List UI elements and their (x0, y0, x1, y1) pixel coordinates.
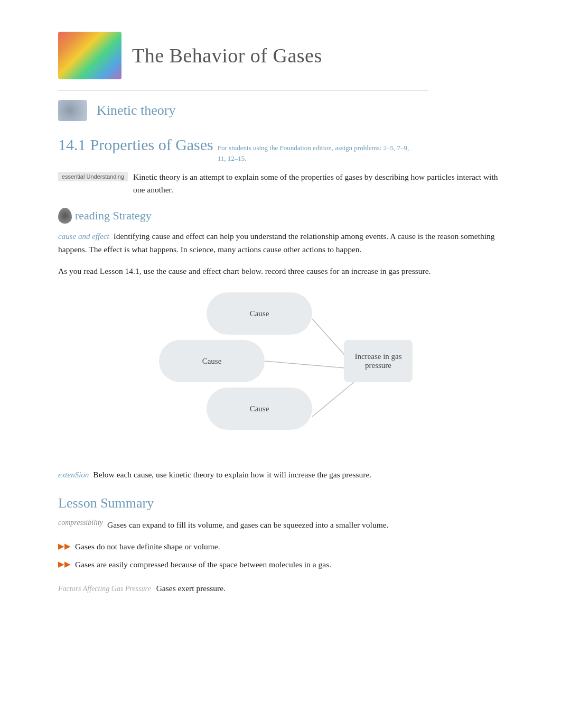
section-header: 14.1 Properties of Gases For students us… (58, 136, 503, 163)
bullet-text-2: Gases are easily compressed because of t… (75, 558, 331, 571)
foundation-note: For students using the Foundation editio… (218, 143, 418, 163)
cause-middle-box: Cause (159, 340, 265, 382)
extension-text: Below each cause, use kinetic theory to … (93, 470, 371, 480)
diagram-container: Cause Cause Cause Effect Increase in gas… (58, 292, 503, 451)
effect-text-line2: pressure (365, 361, 391, 370)
kinetic-thumbnail-image (58, 100, 87, 121)
bullet-arrow-2: ▶▶ (58, 559, 71, 569)
factors-text: Gases exert pressure. (156, 584, 226, 593)
reading-strategy-icon (58, 208, 72, 224)
compressibility-block: compressibility Gases can expand to fill… (58, 519, 503, 532)
compressibility-label: compressibility (58, 519, 103, 527)
cause-bottom-label: Cause (250, 404, 269, 413)
bullet-text-1: Gases do not have definite shape or volu… (75, 540, 220, 553)
svg-line-2 (312, 380, 357, 417)
essential-understanding-block: essential Understanding Kinetic theory i… (58, 171, 503, 196)
cause-effect-label: cause and effect (58, 232, 109, 241)
effect-text-line1: Increase in gas (354, 352, 401, 361)
cause-top-box: Cause (207, 292, 312, 335)
effect-box: Increase in gas pressure (344, 340, 413, 382)
extension-label: extenSion (58, 471, 89, 480)
bullet-item-1: ▶▶ Gases do not have definite shape or v… (58, 540, 503, 553)
essential-badge: essential Understanding (58, 172, 128, 181)
header-thumbnail-image (58, 32, 121, 79)
intro-paragraph: As you read Lesson 14.1, use the cause a… (58, 265, 503, 278)
cause-middle-label: Cause (202, 357, 222, 366)
lesson-summary-title: Lesson Summary (58, 495, 503, 511)
factors-block: Factors Affecting Gas Pressure Gases exe… (58, 584, 503, 593)
reading-strategy-section: reading Strategy cause and effectIdentif… (58, 208, 503, 278)
cause-top-label: Cause (250, 309, 269, 318)
bullet-item-2: ▶▶ Gases are easily compressed because o… (58, 558, 503, 571)
header-divider (58, 90, 428, 90)
reading-strategy-title: reading Strategy (75, 209, 152, 223)
essential-text: Kinetic theory is an attempt to explain … (133, 171, 503, 196)
kinetic-theory-title: Kinetic theory (97, 103, 175, 118)
lesson-summary-section: Lesson Summary compressibility Gases can… (58, 495, 503, 593)
cause-bottom-box: Cause (207, 388, 312, 430)
factors-label: Factors Affecting Gas Pressure (58, 585, 151, 593)
header-section: The Behavior of Gases (58, 32, 503, 79)
compressibility-text: Gases can expand to fill its volume, and… (107, 519, 388, 532)
svg-line-1 (265, 361, 357, 369)
kinetic-theory-section: Kinetic theory (58, 100, 503, 121)
page-title: The Behavior of Gases (132, 44, 322, 67)
diagram-wrapper: Cause Cause Cause Effect Increase in gas… (138, 292, 423, 451)
cause-effect-text: Identifying cause and effect can help yo… (58, 232, 495, 254)
section-title: Properties of Gases (90, 136, 213, 154)
bullet-arrow-1: ▶▶ (58, 541, 71, 551)
extension-block: extenSion Below each cause, use kinetic … (58, 470, 503, 480)
cause-effect-paragraph: cause and effectIdentifying cause and ef… (58, 230, 503, 256)
section-number: 14.1 (58, 136, 86, 154)
section-14-1: 14.1 Properties of Gases For students us… (58, 136, 503, 196)
reading-strategy-header: reading Strategy (58, 208, 503, 224)
